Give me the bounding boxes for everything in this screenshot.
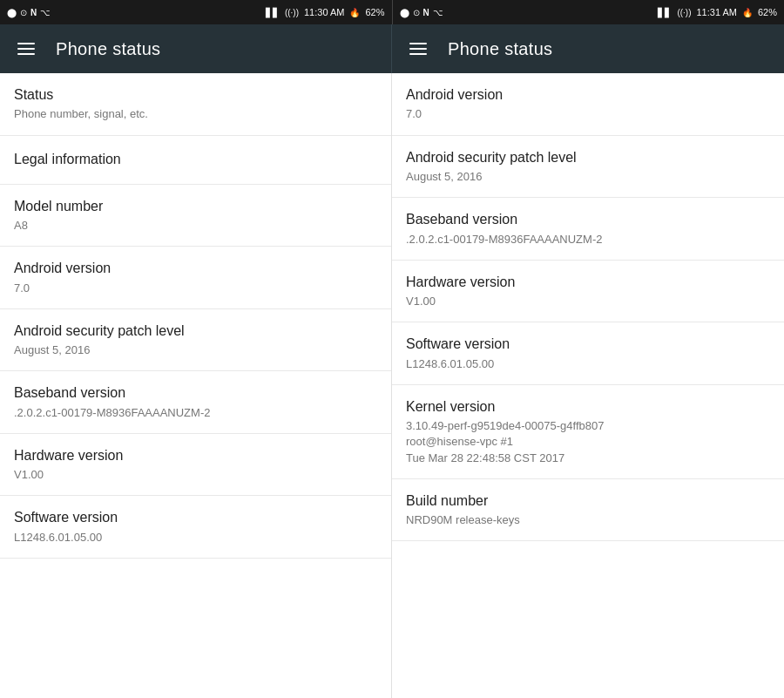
left-item-subtitle-5: .2.0.2.c1-00179-M8936FAAAANUZM-2 [14,405,377,421]
wifi-icon: ⊙ [20,8,27,17]
wifi2-icon: ((·)) [285,8,299,17]
right-item-title-5: Kernel version [406,397,770,417]
right-item-subtitle-4: L1248.6.01.05.00 [406,356,770,372]
status-bar-right-icons: ⬤ ⊙ N ⌥ [400,8,443,17]
left-list-item-3[interactable]: Android version7.0 [0,247,391,309]
signal2-icon: ▋▋ [658,8,672,17]
left-item-subtitle-7: L1248.6.01.05.00 [14,530,377,546]
usb-icon: ⌥ [40,8,51,17]
left-item-title-5: Baseband version [14,383,377,403]
right-item-title-0: Android version [406,85,770,105]
app-bar-right: Phone status [392,24,784,73]
circle2-icon: ⬤ [400,8,409,17]
content-area: StatusPhone number, signal, etc.Legal in… [0,73,784,698]
right-item-title-6: Build number [406,491,770,511]
usb2-icon: ⌥ [433,8,443,17]
right-item-title-4: Software version [406,335,770,354]
right-list-item-0[interactable]: Android version7.0 [392,73,784,136]
left-item-title-6: Hardware version [14,446,377,465]
app-title-left: Phone status [56,39,160,59]
right-item-subtitle-2: .2.0.2.c1-00179-M8936FAAAANUZM-2 [406,232,770,247]
wifi3-icon: ⊙ [413,8,420,17]
menu-button-left[interactable] [14,39,38,58]
right-item-title-3: Hardware version [406,273,770,292]
left-item-subtitle-6: V1.00 [14,467,377,483]
left-item-title-3: Android version [14,259,377,278]
right-item-title-1: Android security patch level [406,148,770,167]
left-list-item-0[interactable]: StatusPhone number, signal, etc. [0,73,391,136]
right-list-item-6[interactable]: Build numberNRD90M release-keys [392,479,784,542]
left-list-item-1[interactable]: Legal information [0,136,391,185]
left-item-subtitle-4: August 5, 2016 [14,342,377,358]
right-time: 11:31 AM [696,7,736,17]
right-item-subtitle-5: 3.10.49-perf-g9519de4-00075-g4ffb807 roo… [406,418,770,466]
status-bar-right: ⬤ ⊙ N ⌥ ▋▋ ((·)) 11:31 AM 🔥 62% [393,0,785,24]
n-icon: N [30,8,37,17]
right-list-item-5[interactable]: Kernel version3.10.49-perf-g9519de4-0007… [392,385,784,479]
left-item-title-1: Legal information [14,150,377,169]
left-item-subtitle-2: A8 [14,218,377,234]
app-bar: Phone status Phone status [0,24,784,73]
left-list-item-6[interactable]: Hardware versionV1.00 [0,434,391,497]
left-list-item-4[interactable]: Android security patch levelAugust 5, 20… [0,309,391,372]
right-item-subtitle-6: NRD90M release-keys [406,512,770,528]
status-bar-left-icons: ⬤ ⊙ N ⌥ [7,8,51,17]
status-bar-left: ⬤ ⊙ N ⌥ ▋▋ ((·)) 11:30 AM 🔥 62% [0,0,392,24]
right-item-title-2: Baseband version [406,210,770,229]
right-item-subtitle-1: August 5, 2016 [406,169,770,185]
status-bar-right-info: ▋▋ ((·)) 11:31 AM 🔥 62% [658,7,777,17]
menu-button-right[interactable] [406,39,430,58]
right-list-item-2[interactable]: Baseband version.2.0.2.c1-00179-M8936FAA… [392,198,784,261]
right-item-subtitle-0: 7.0 [406,106,770,122]
left-panel: StatusPhone number, signal, etc.Legal in… [0,73,392,698]
battery-left: 62% [365,7,384,17]
app-bar-left: Phone status [0,24,392,73]
app-title-right: Phone status [448,39,552,59]
right-list-item-1[interactable]: Android security patch levelAugust 5, 20… [392,136,784,199]
left-item-title-7: Software version [14,508,377,527]
flame-icon: 🔥 [349,8,360,17]
right-list-item-4[interactable]: Software versionL1248.6.01.05.00 [392,322,784,385]
left-item-subtitle-3: 7.0 [14,281,377,296]
n2-icon: N [423,8,429,17]
left-item-title-0: Status [14,85,377,105]
signal-icon: ▋▋ [266,8,280,17]
right-item-subtitle-3: V1.00 [406,294,770,309]
left-item-subtitle-0: Phone number, signal, etc. [14,106,377,122]
status-bar: ⬤ ⊙ N ⌥ ▋▋ ((·)) 11:30 AM 🔥 62% ⬤ ⊙ N ⌥ … [0,0,784,24]
left-list-item-7[interactable]: Software versionL1248.6.01.05.00 [0,496,391,559]
status-bar-left-info: ▋▋ ((·)) 11:30 AM 🔥 62% [266,7,385,17]
left-list-item-2[interactable]: Model numberA8 [0,185,391,247]
circle-icon: ⬤ [7,8,17,17]
wifi4-icon: ((·)) [677,8,691,17]
left-item-title-4: Android security patch level [14,322,377,341]
left-list-item-5[interactable]: Baseband version.2.0.2.c1-00179-M8936FAA… [0,371,391,434]
flame2-icon: 🔥 [742,8,753,17]
right-list-item-3[interactable]: Hardware versionV1.00 [392,261,784,323]
left-time: 11:30 AM [304,7,344,17]
battery-right: 62% [758,7,777,17]
right-panel: Android version7.0Android security patch… [392,73,784,698]
left-item-title-2: Model number [14,197,377,216]
